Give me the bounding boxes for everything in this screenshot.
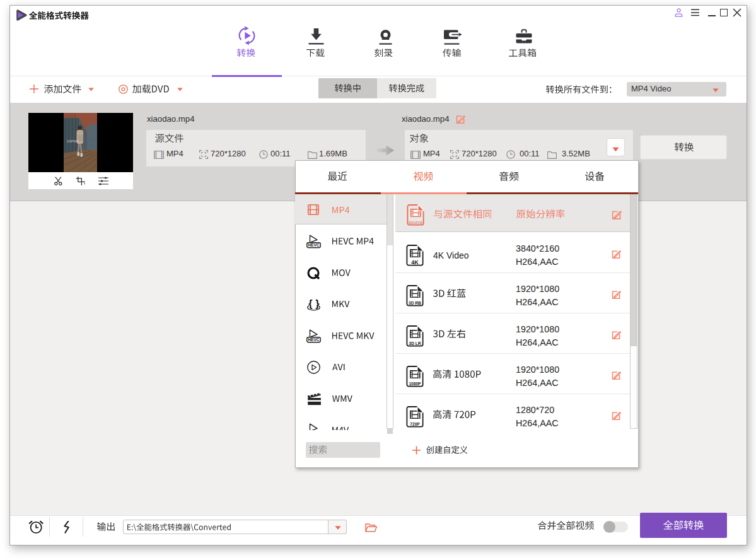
svg-text:{: { — [308, 298, 312, 309]
svg-text:}: } — [315, 298, 319, 309]
svg-text:1080P: 1080P — [409, 382, 421, 386]
svg-text:source: source — [409, 219, 422, 225]
svg-text:3D LR: 3D LR — [409, 341, 421, 346]
svg-text:VSPN4K: VSPN4K — [67, 139, 79, 143]
svg-text:4K: 4K — [411, 259, 419, 265]
svg-text:720P: 720P — [410, 422, 420, 426]
svg-text:HEVC: HEVC — [308, 243, 320, 247]
svg-text:HEVC: HEVC — [308, 337, 320, 342]
svg-text:3D RB: 3D RB — [409, 301, 421, 305]
